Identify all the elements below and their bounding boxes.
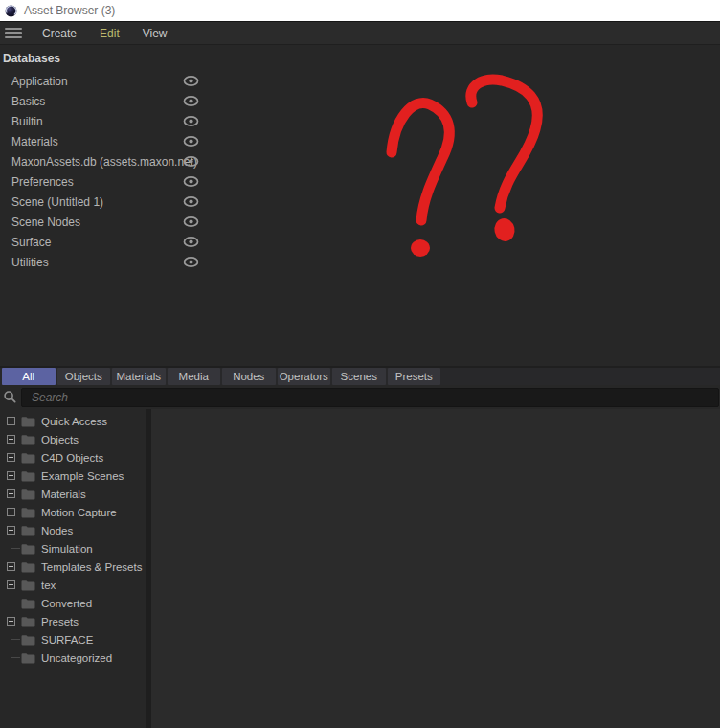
expand-plus-icon[interactable] <box>7 562 15 571</box>
tree-row[interactable]: Templates & Presets <box>0 557 146 576</box>
category-tab[interactable]: All <box>2 368 56 385</box>
database-label: Materials <box>11 135 58 148</box>
folder-icon <box>21 434 35 445</box>
menu-item[interactable]: View <box>131 23 179 44</box>
tree-row[interactable]: Example Scenes <box>0 466 146 485</box>
visibility-eye-icon[interactable] <box>183 195 199 208</box>
tree-row[interactable]: Nodes <box>0 521 146 539</box>
database-row[interactable]: Surface <box>0 232 209 252</box>
folder-icon <box>21 634 35 646</box>
expand-plus-icon[interactable] <box>7 508 15 516</box>
category-tab[interactable]: Media <box>168 368 221 385</box>
folder-icon <box>21 616 35 627</box>
category-tab[interactable]: Objects <box>57 368 111 385</box>
expand-plus-icon[interactable] <box>7 435 15 444</box>
expand-plus-icon[interactable] <box>7 453 15 462</box>
visibility-eye-icon[interactable] <box>183 95 199 107</box>
database-label: Utilities <box>11 256 49 269</box>
tree-row[interactable]: Quick Access <box>0 412 146 430</box>
tree-row[interactable]: Presets <box>0 612 146 630</box>
expand-plus-icon[interactable] <box>7 526 15 535</box>
search-icon[interactable] <box>3 390 17 404</box>
databases-header: Databases <box>0 45 720 71</box>
expand-plus-icon[interactable] <box>7 617 15 626</box>
folder-icon <box>21 543 35 555</box>
expand-plus-icon[interactable] <box>7 580 15 589</box>
tree-label: Simulation <box>41 543 93 555</box>
database-label: Surface <box>11 236 51 249</box>
database-label: Application <box>11 75 68 88</box>
folder-tree: Quick Access Objects C4D Objects Example… <box>0 412 146 667</box>
folder-icon <box>21 525 35 536</box>
category-tab[interactable]: Materials <box>112 368 166 385</box>
tree-row[interactable]: Materials <box>0 485 146 503</box>
visibility-eye-icon[interactable] <box>183 216 199 228</box>
tree-label: Objects <box>41 434 79 445</box>
folder-icon <box>21 452 35 464</box>
folder-icon <box>21 580 35 591</box>
tree-label: Quick Access <box>41 416 107 427</box>
tree-label: Uncategorized <box>41 652 112 664</box>
database-row[interactable]: Scene Nodes <box>0 212 209 232</box>
tree-label: Presets <box>41 616 79 627</box>
database-row[interactable]: MaxonAssets.db (assets.maxon.net) <box>0 151 209 171</box>
tree-row[interactable]: Simulation <box>0 539 146 557</box>
folder-icon <box>21 598 35 609</box>
visibility-eye-icon[interactable] <box>183 115 199 127</box>
window-title: Asset Browser (3) <box>24 4 115 17</box>
visibility-eye-icon[interactable] <box>183 75 199 87</box>
tree-label: Nodes <box>41 525 73 536</box>
tree-row[interactable]: Converted <box>0 594 146 612</box>
tree-label: Motion Capture <box>41 507 117 518</box>
tree-row[interactable]: tex <box>0 576 146 594</box>
window-titlebar: Asset Browser (3) <box>0 0 720 21</box>
visibility-eye-icon[interactable] <box>183 155 199 168</box>
database-row[interactable]: Scene (Untitled 1) <box>0 192 209 212</box>
database-label: Builtin <box>11 115 43 128</box>
visibility-eye-icon[interactable] <box>183 256 199 268</box>
tree-row[interactable]: SURFACE <box>0 630 146 648</box>
hamburger-menu-icon[interactable] <box>5 28 22 39</box>
main-area: Quick Access Objects C4D Objects Example… <box>0 409 720 728</box>
folder-icon <box>21 652 35 664</box>
tree-label: SURFACE <box>41 634 93 646</box>
folder-icon <box>21 470 35 482</box>
visibility-eye-icon[interactable] <box>183 135 199 148</box>
tree-row[interactable]: Motion Capture <box>0 503 146 521</box>
cinema4d-logo-icon <box>5 5 17 17</box>
database-row[interactable]: Application <box>0 71 209 91</box>
expand-plus-icon[interactable] <box>7 471 15 480</box>
category-tabs: AllObjectsMaterialsMediaNodesOperatorsSc… <box>0 368 720 385</box>
database-row[interactable]: Builtin <box>0 111 209 131</box>
database-row[interactable]: Utilities <box>0 252 209 272</box>
category-tab[interactable]: Nodes <box>222 368 276 385</box>
folder-icon <box>21 561 35 573</box>
database-row[interactable]: Preferences <box>0 171 209 192</box>
folder-icon <box>21 507 35 518</box>
expand-plus-icon[interactable] <box>7 417 15 425</box>
tree-row[interactable]: C4D Objects <box>0 448 146 466</box>
asset-content-area[interactable] <box>151 409 720 728</box>
database-label: Basics <box>11 95 45 108</box>
database-label: Scene (Untitled 1) <box>11 195 103 209</box>
visibility-eye-icon[interactable] <box>183 236 199 248</box>
menu-item[interactable]: Create <box>31 23 88 44</box>
database-row[interactable]: Basics <box>0 91 209 111</box>
tree-row[interactable]: Objects <box>0 430 146 448</box>
tree-label: Materials <box>41 489 86 500</box>
menu-item[interactable]: Edit <box>88 23 131 44</box>
search-input[interactable] <box>21 388 719 407</box>
tree-label: Converted <box>41 598 92 609</box>
tree-label: Templates & Presets <box>41 561 142 573</box>
database-label: Preferences <box>11 175 74 189</box>
expand-plus-icon[interactable] <box>7 489 15 498</box>
category-tab[interactable]: Scenes <box>332 368 386 385</box>
menu-items: CreateEditView <box>31 23 179 44</box>
databases-list: Application Basics Builtin Materials Max… <box>0 71 720 272</box>
visibility-eye-icon[interactable] <box>183 175 199 188</box>
tree-row[interactable]: Uncategorized <box>0 648 146 667</box>
database-row[interactable]: Materials <box>0 131 209 151</box>
category-tab[interactable]: Operators <box>278 368 331 385</box>
tree-label: tex <box>41 580 56 591</box>
category-tab[interactable]: Presets <box>388 368 441 385</box>
